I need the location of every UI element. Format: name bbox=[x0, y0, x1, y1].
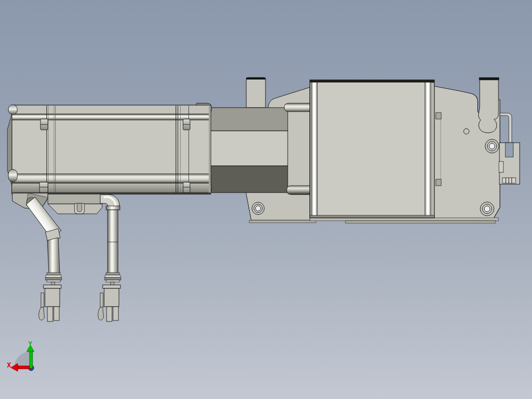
cable-left[interactable] bbox=[26, 197, 62, 321]
block-face bbox=[310, 80, 434, 218]
block-top-edge bbox=[310, 80, 434, 82]
terminal-block bbox=[499, 143, 520, 184]
screw-hole-base bbox=[252, 202, 265, 215]
connector-plug bbox=[98, 285, 120, 321]
connector-plug bbox=[39, 285, 61, 321]
tie-rod-end-bottom bbox=[8, 169, 17, 182]
base-strip-under-block bbox=[310, 218, 498, 221]
block-right-edge bbox=[431, 82, 434, 216]
prong-1 bbox=[47, 307, 53, 321]
block-highlight-right bbox=[425, 82, 430, 216]
cable-right[interactable] bbox=[98, 195, 121, 321]
motor-top-strip bbox=[12, 105, 211, 114]
cad-scene: X Y bbox=[0, 0, 532, 399]
block-bottom-edge bbox=[310, 215, 434, 218]
latch-wing bbox=[39, 307, 44, 320]
elbow-collar bbox=[106, 206, 120, 210]
housing-clip-bottom bbox=[436, 179, 441, 186]
screw-hole-upper bbox=[485, 139, 499, 153]
terminal-pin-1 bbox=[502, 178, 506, 183]
ferrule bbox=[45, 273, 62, 282]
cable-tube bbox=[108, 210, 118, 273]
latch-bar bbox=[100, 293, 103, 307]
pin-hole bbox=[464, 129, 469, 134]
end-housing[interactable] bbox=[428, 78, 520, 220]
base-lip-right bbox=[345, 221, 495, 223]
ferrule bbox=[105, 273, 121, 282]
prong-2 bbox=[113, 307, 118, 320]
latch-bar bbox=[41, 293, 44, 307]
guide-rod-end-bottom bbox=[287, 186, 310, 195]
band-medium bbox=[211, 108, 288, 131]
sensor-tab bbox=[479, 80, 499, 133]
mount-tab bbox=[246, 78, 266, 108]
carriage-block[interactable] bbox=[310, 80, 434, 218]
block-highlight-left bbox=[312, 82, 317, 216]
mount-tab-cap bbox=[246, 78, 266, 80]
bracket-slot-tab bbox=[77, 203, 82, 212]
terminal-pin-3 bbox=[509, 178, 512, 183]
housing-clip-top bbox=[436, 113, 441, 119]
prong-2 bbox=[54, 307, 59, 320]
latch-wing bbox=[98, 307, 104, 320]
sensor-tab-cap bbox=[479, 78, 499, 80]
terminal-pin-2 bbox=[506, 178, 509, 183]
y-axis-label: Y bbox=[28, 340, 33, 348]
terminal-side-tab bbox=[499, 161, 503, 172]
terminal-notch bbox=[505, 143, 513, 157]
tie-rod-end-top bbox=[8, 105, 17, 115]
motor-right-edge bbox=[209, 106, 211, 193]
orientation-triad[interactable]: X Y bbox=[7, 340, 34, 371]
prong-1 bbox=[107, 307, 112, 321]
cable-tube bbox=[47, 238, 60, 273]
screw-hole-lower bbox=[480, 202, 494, 216]
motor[interactable] bbox=[7, 105, 211, 195]
band-dark bbox=[211, 166, 288, 193]
x-axis-label: X bbox=[7, 361, 11, 369]
terminal-pin-4 bbox=[512, 178, 516, 183]
band-light bbox=[211, 131, 288, 166]
base-lip-left bbox=[249, 220, 316, 223]
bracket-upper bbox=[48, 194, 102, 204]
motor-bottom-ridge bbox=[12, 174, 211, 183]
cad-viewport: X Y bbox=[0, 0, 532, 399]
cable-bracket[interactable] bbox=[48, 194, 102, 214]
guide-rod-end-top bbox=[284, 103, 310, 112]
